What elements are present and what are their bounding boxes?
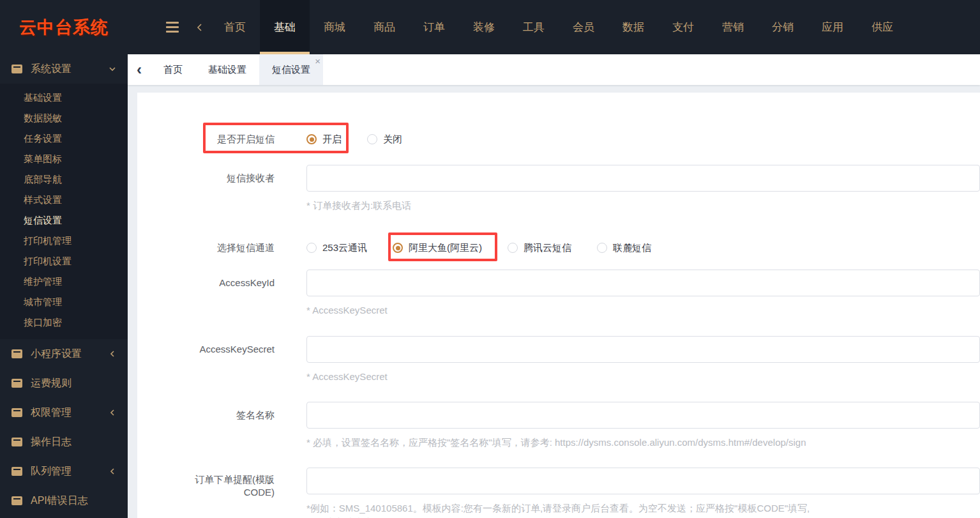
- sidebar-item-sms-settings[interactable]: 短信设置: [0, 210, 128, 231]
- topnav-item[interactable]: 工具: [509, 0, 559, 54]
- field-label-accesskeyid: AccessKeyId: [137, 270, 275, 316]
- field-hint: * AccessKeySecret: [306, 304, 980, 316]
- field-label-sms-channel: 选择短信通道: [137, 234, 275, 262]
- sidebar-submenu: 基础设置 数据脱敏 任务设置 菜单图标 底部导航 样式设置 短信设置 打印机管理…: [0, 84, 128, 339]
- sidebar-item-city-management[interactable]: 城市管理: [0, 292, 128, 312]
- accesskeyid-input[interactable]: [306, 270, 980, 296]
- topnav-item[interactable]: 营销: [708, 0, 758, 54]
- accesskeysecret-input[interactable]: [306, 336, 980, 363]
- box-icon: [11, 349, 22, 358]
- radio-tencent[interactable]: 腾讯云短信: [508, 242, 571, 254]
- sidebar-group-api-error-log[interactable]: API错误日志: [0, 486, 128, 515]
- content-area: 是否开启短信 开启 关闭 短信接收者 * 订单接收者为:联系电话: [128, 85, 980, 518]
- topnav: 首页 基础 商城 商品 订单 装修 工具 会员 数据 支付 营销 分销 应用 供…: [210, 0, 907, 54]
- radio-icon: [306, 134, 317, 144]
- topnav-item[interactable]: 商品: [359, 0, 409, 54]
- app-logo: 云中台系统: [0, 0, 128, 54]
- field-hint: * 必填，设置签名名称，应严格按"签名名称"填写，请参考: https://dy…: [306, 436, 980, 448]
- chevron-left-icon: [109, 409, 116, 416]
- tabbar: ‹ 首页 基础设置 短信设置 ×: [128, 54, 980, 85]
- topnav-item[interactable]: 数据: [608, 0, 658, 54]
- sidebar-item-menu-icons[interactable]: 菜单图标: [0, 149, 128, 169]
- radio-icon: [508, 243, 518, 253]
- topnav-item[interactable]: 会员: [559, 0, 608, 54]
- field-hint: * AccessKeySecret: [306, 370, 980, 383]
- radio-icon: [597, 243, 607, 253]
- radio-icon: [306, 243, 317, 253]
- sidebar-item-api-encryption[interactable]: 接口加密: [0, 312, 128, 333]
- field-hint: *例如：SMS_140105861。模板内容:您有一条新的订单,请登录商户后台查…: [306, 502, 980, 514]
- sidebar-group-queue-management[interactable]: 队列管理: [0, 457, 128, 486]
- chevron-left-icon: [109, 468, 116, 475]
- topnav-item-active[interactable]: 基础: [260, 0, 310, 54]
- topnav-item[interactable]: 分销: [758, 0, 808, 54]
- box-icon: [11, 467, 22, 476]
- chevron-left-icon: [109, 350, 116, 358]
- radio-aliyun[interactable]: 阿里大鱼(阿里云): [393, 242, 482, 254]
- field-label-order-template-code: 订单下单提醒(模版CODE): [137, 468, 275, 518]
- radio-open[interactable]: 开启: [306, 133, 342, 146]
- sidebar-item-task-settings[interactable]: 任务设置: [0, 128, 128, 149]
- sidebar-item-basic-settings[interactable]: 基础设置: [0, 88, 128, 108]
- top-navbar: 云中台系统 首页 基础 商城 商品 订单 装修 工具 会员 数据 支付 营销 分…: [0, 0, 980, 54]
- sidebar-item-printer-management[interactable]: 打印机管理: [0, 231, 128, 251]
- box-icon: [11, 438, 22, 446]
- signature-name-input[interactable]: [306, 402, 980, 429]
- sms-receiver-input[interactable]: [306, 165, 980, 192]
- tab-sms-settings[interactable]: 短信设置 ×: [259, 54, 323, 85]
- radio-icon: [393, 243, 403, 253]
- box-icon: [11, 496, 22, 505]
- field-hint: * 订单接收者为:联系电话: [306, 199, 980, 211]
- sms-channel-radio-group: 253云通讯 阿里大鱼(阿里云) 腾讯云短信 联麓短信: [306, 234, 980, 262]
- field-label-sms-enable: 是否开启短信: [137, 125, 275, 153]
- topnav-item[interactable]: 支付: [658, 0, 708, 54]
- nav-collapse-icon[interactable]: [197, 0, 202, 54]
- box-icon: [11, 65, 22, 73]
- topnav-item[interactable]: 首页: [210, 0, 260, 54]
- topnav-item[interactable]: 订单: [409, 0, 459, 54]
- radio-icon: [367, 134, 377, 144]
- sidebar-group-permission-management[interactable]: 权限管理: [0, 398, 128, 427]
- sidebar-group-shipping-rules[interactable]: 运费规则: [0, 369, 128, 398]
- radio-253-cloud[interactable]: 253云通讯: [306, 242, 367, 254]
- field-label-signature-name: 签名名称: [137, 402, 275, 448]
- hamburger-menu-icon[interactable]: [166, 0, 179, 54]
- box-icon: [11, 379, 22, 388]
- tab-basic-settings[interactable]: 基础设置: [195, 54, 259, 85]
- sidebar-item-data-masking[interactable]: 数据脱敏: [0, 108, 128, 128]
- chevron-down-icon: [109, 66, 116, 72]
- sidebar: 系统设置 基础设置 数据脱敏 任务设置 菜单图标 底部导航 样式设置 短信设置 …: [0, 54, 128, 518]
- tabs-back-icon[interactable]: ‹: [128, 54, 151, 85]
- topnav-item[interactable]: 装修: [459, 0, 509, 54]
- sms-settings-form: 是否开启短信 开启 关闭 短信接收者 * 订单接收者为:联系电话: [137, 93, 980, 518]
- sidebar-item-style-settings[interactable]: 样式设置: [0, 190, 128, 210]
- order-template-code-input[interactable]: [306, 468, 980, 494]
- field-label-sms-receiver: 短信接收者: [137, 165, 275, 211]
- sms-enable-radio-group: 开启 关闭: [306, 125, 980, 153]
- box-icon: [11, 408, 22, 417]
- topnav-item[interactable]: 供应: [857, 0, 907, 54]
- close-icon[interactable]: ×: [315, 56, 320, 66]
- sidebar-group-operation-log[interactable]: 操作日志: [0, 427, 128, 457]
- radio-lianlu[interactable]: 联麓短信: [597, 242, 651, 254]
- topnav-item[interactable]: 应用: [808, 0, 857, 54]
- sidebar-item-maintenance-management[interactable]: 维护管理: [0, 271, 128, 292]
- radio-close[interactable]: 关闭: [367, 133, 402, 146]
- tab-home[interactable]: 首页: [151, 54, 195, 85]
- sidebar-group-system-settings[interactable]: 系统设置: [0, 54, 128, 84]
- sidebar-item-bottom-nav[interactable]: 底部导航: [0, 169, 128, 190]
- sidebar-group-mini-program-settings[interactable]: 小程序设置: [0, 339, 128, 369]
- field-label-accesskeysecret: AccessKeySecret: [137, 336, 275, 383]
- topnav-item[interactable]: 商城: [310, 0, 359, 54]
- sidebar-item-printer-settings[interactable]: 打印机设置: [0, 251, 128, 271]
